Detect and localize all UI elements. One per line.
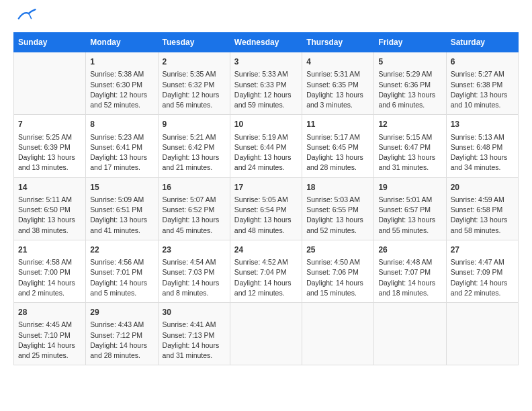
day-number: 17 [234, 182, 298, 193]
weekday-header-friday: Friday [374, 33, 446, 52]
day-info: Sunrise: 4:52 AM Sunset: 7:04 PM Dayligh… [234, 257, 298, 298]
day-info: Sunrise: 5:29 AM Sunset: 6:36 PM Dayligh… [378, 69, 441, 110]
calendar-cell: 17Sunrise: 5:05 AM Sunset: 6:54 PM Dayli… [230, 177, 302, 240]
day-number: 23 [163, 244, 226, 256]
calendar-cell: 29Sunrise: 4:43 AM Sunset: 7:12 PM Dayli… [86, 303, 158, 365]
calendar-cell: 12Sunrise: 5:15 AM Sunset: 6:47 PM Dayli… [374, 115, 446, 177]
calendar-cell: 15Sunrise: 5:09 AM Sunset: 6:51 PM Dayli… [86, 177, 158, 240]
day-number: 27 [451, 244, 514, 256]
weekday-header-wednesday: Wednesday [230, 33, 302, 52]
day-number: 21 [18, 244, 81, 256]
day-info: Sunrise: 5:11 AM Sunset: 6:50 PM Dayligh… [18, 195, 81, 236]
calendar-row-2: 7Sunrise: 5:25 AM Sunset: 6:39 PM Daylig… [14, 115, 519, 177]
day-info: Sunrise: 4:43 AM Sunset: 7:12 PM Dayligh… [90, 320, 153, 361]
day-info: Sunrise: 4:48 AM Sunset: 7:07 PM Dayligh… [378, 257, 441, 298]
calendar-cell: 9Sunrise: 5:21 AM Sunset: 6:42 PM Daylig… [158, 115, 230, 177]
calendar-cell: 23Sunrise: 4:54 AM Sunset: 7:03 PM Dayli… [158, 240, 230, 302]
day-info: Sunrise: 5:33 AM Sunset: 6:33 PM Dayligh… [234, 69, 298, 110]
calendar-cell: 6Sunrise: 5:27 AM Sunset: 6:38 PM Daylig… [446, 52, 518, 115]
logo [13, 13, 36, 21]
day-number: 7 [18, 119, 81, 130]
calendar-cell [230, 303, 302, 365]
calendar-cell: 3Sunrise: 5:33 AM Sunset: 6:33 PM Daylig… [230, 52, 302, 115]
calendar-cell: 20Sunrise: 4:59 AM Sunset: 6:58 PM Dayli… [446, 177, 518, 240]
weekday-header-monday: Monday [86, 33, 158, 52]
calendar-cell: 27Sunrise: 4:47 AM Sunset: 7:09 PM Dayli… [446, 240, 518, 302]
day-number: 30 [163, 307, 226, 318]
page-header [13, 13, 519, 21]
calendar-cell: 19Sunrise: 5:01 AM Sunset: 6:57 PM Dayli… [374, 177, 446, 240]
day-number: 25 [306, 244, 369, 256]
calendar-cell: 4Sunrise: 5:31 AM Sunset: 6:35 PM Daylig… [302, 52, 374, 115]
calendar-cell: 25Sunrise: 4:50 AM Sunset: 7:06 PM Dayli… [302, 240, 374, 302]
day-info: Sunrise: 5:23 AM Sunset: 6:41 PM Dayligh… [90, 132, 153, 173]
calendar-cell: 8Sunrise: 5:23 AM Sunset: 6:41 PM Daylig… [86, 115, 158, 177]
day-info: Sunrise: 4:50 AM Sunset: 7:06 PM Dayligh… [306, 257, 369, 298]
weekday-header-saturday: Saturday [446, 33, 518, 52]
day-info: Sunrise: 4:58 AM Sunset: 7:00 PM Dayligh… [18, 257, 81, 298]
calendar-table: SundayMondayTuesdayWednesdayThursdayFrid… [13, 32, 519, 365]
day-number: 12 [378, 119, 441, 130]
calendar-cell: 26Sunrise: 4:48 AM Sunset: 7:07 PM Dayli… [374, 240, 446, 302]
day-info: Sunrise: 5:07 AM Sunset: 6:52 PM Dayligh… [163, 195, 226, 236]
weekday-header-thursday: Thursday [302, 33, 374, 52]
day-number: 6 [451, 56, 514, 68]
day-info: Sunrise: 5:05 AM Sunset: 6:54 PM Dayligh… [234, 195, 298, 236]
day-number: 29 [90, 307, 153, 318]
calendar-cell: 28Sunrise: 4:45 AM Sunset: 7:10 PM Dayli… [14, 303, 86, 365]
calendar-cell: 14Sunrise: 5:11 AM Sunset: 6:50 PM Dayli… [14, 177, 86, 240]
day-number: 10 [234, 119, 298, 130]
calendar-row-3: 14Sunrise: 5:11 AM Sunset: 6:50 PM Dayli… [14, 177, 519, 240]
day-info: Sunrise: 5:31 AM Sunset: 6:35 PM Dayligh… [306, 69, 369, 110]
calendar-row-4: 21Sunrise: 4:58 AM Sunset: 7:00 PM Dayli… [14, 240, 519, 302]
day-info: Sunrise: 4:54 AM Sunset: 7:03 PM Dayligh… [163, 257, 226, 298]
day-number: 4 [306, 56, 369, 68]
calendar-cell: 1Sunrise: 5:38 AM Sunset: 6:30 PM Daylig… [86, 52, 158, 115]
day-number: 9 [163, 119, 226, 130]
day-info: Sunrise: 5:13 AM Sunset: 6:48 PM Dayligh… [451, 132, 514, 173]
calendar-row-1: 1Sunrise: 5:38 AM Sunset: 6:30 PM Daylig… [14, 52, 519, 115]
day-number: 16 [163, 182, 226, 193]
day-info: Sunrise: 5:38 AM Sunset: 6:30 PM Dayligh… [90, 69, 153, 110]
calendar-cell: 18Sunrise: 5:03 AM Sunset: 6:55 PM Dayli… [302, 177, 374, 240]
weekday-header-tuesday: Tuesday [158, 33, 230, 52]
day-number: 26 [378, 244, 441, 256]
calendar-cell: 30Sunrise: 4:41 AM Sunset: 7:13 PM Dayli… [158, 303, 230, 365]
day-info: Sunrise: 5:09 AM Sunset: 6:51 PM Dayligh… [90, 195, 153, 236]
weekday-header-row: SundayMondayTuesdayWednesdayThursdayFrid… [14, 33, 519, 52]
day-info: Sunrise: 5:21 AM Sunset: 6:42 PM Dayligh… [163, 132, 226, 173]
calendar-cell: 21Sunrise: 4:58 AM Sunset: 7:00 PM Dayli… [14, 240, 86, 302]
calendar-cell [446, 303, 518, 365]
calendar-cell [302, 303, 374, 365]
weekday-header-sunday: Sunday [14, 33, 86, 52]
day-info: Sunrise: 5:15 AM Sunset: 6:47 PM Dayligh… [378, 132, 441, 173]
day-info: Sunrise: 5:19 AM Sunset: 6:44 PM Dayligh… [234, 132, 298, 173]
calendar-cell [14, 52, 86, 115]
day-info: Sunrise: 4:41 AM Sunset: 7:13 PM Dayligh… [163, 320, 226, 361]
day-info: Sunrise: 5:03 AM Sunset: 6:55 PM Dayligh… [306, 195, 369, 236]
logo-bird-icon [16, 8, 36, 21]
day-number: 13 [451, 119, 514, 130]
calendar-cell: 16Sunrise: 5:07 AM Sunset: 6:52 PM Dayli… [158, 177, 230, 240]
day-number: 1 [90, 56, 153, 68]
day-info: Sunrise: 5:27 AM Sunset: 6:38 PM Dayligh… [451, 69, 514, 110]
day-number: 18 [306, 182, 369, 193]
calendar-cell: 2Sunrise: 5:35 AM Sunset: 6:32 PM Daylig… [158, 52, 230, 115]
day-number: 20 [451, 182, 514, 193]
day-number: 15 [90, 182, 153, 193]
day-info: Sunrise: 4:56 AM Sunset: 7:01 PM Dayligh… [90, 257, 153, 298]
calendar-cell: 5Sunrise: 5:29 AM Sunset: 6:36 PM Daylig… [374, 52, 446, 115]
day-number: 22 [90, 244, 153, 256]
calendar-cell: 13Sunrise: 5:13 AM Sunset: 6:48 PM Dayli… [446, 115, 518, 177]
calendar-row-5: 28Sunrise: 4:45 AM Sunset: 7:10 PM Dayli… [14, 303, 519, 365]
calendar-cell: 10Sunrise: 5:19 AM Sunset: 6:44 PM Dayli… [230, 115, 302, 177]
day-number: 28 [18, 307, 81, 318]
calendar-cell [374, 303, 446, 365]
calendar-cell: 7Sunrise: 5:25 AM Sunset: 6:39 PM Daylig… [14, 115, 86, 177]
day-number: 5 [378, 56, 441, 68]
day-number: 8 [90, 119, 153, 130]
day-number: 24 [234, 244, 298, 256]
day-number: 19 [378, 182, 441, 193]
day-number: 11 [306, 119, 369, 130]
day-number: 3 [234, 56, 298, 68]
